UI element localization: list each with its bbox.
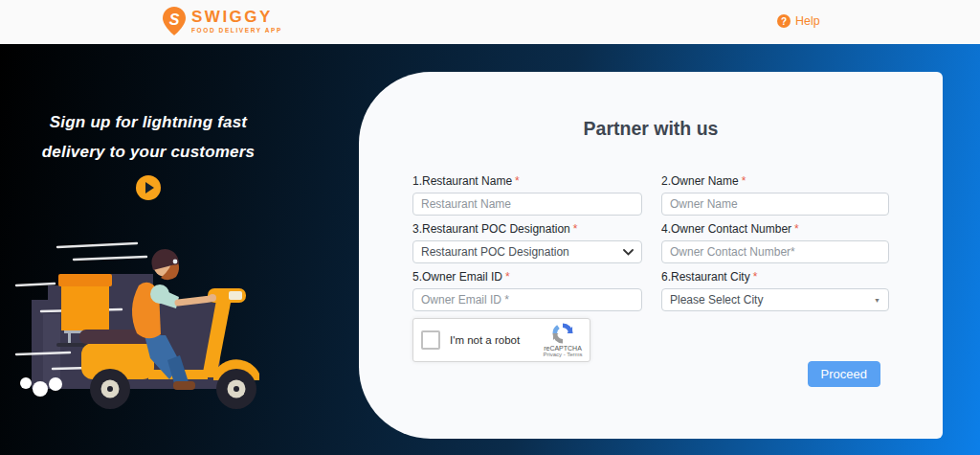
recaptcha-label: I'm not a robot: [450, 334, 534, 346]
poc-designation-label: 3.Restaurant POC Designation*: [412, 222, 642, 236]
main-area: Sign up for lightning fast delivery to y…: [0, 44, 980, 455]
page: S SWIGGY FOOD DELIVERY APP ? Help Sign u…: [0, 0, 980, 455]
restaurant-city-select[interactable]: Please Select City ▼: [661, 288, 889, 311]
hero-tagline: Sign up for lightning fast delivery to y…: [33, 107, 263, 167]
owner-email-label: 5.Owner Email ID*: [412, 270, 642, 284]
proceed-button[interactable]: Proceed: [808, 361, 880, 387]
caret-down-icon: ▼: [874, 297, 880, 304]
field-owner-email: 5.Owner Email ID*: [412, 270, 642, 311]
svg-text:S: S: [169, 11, 180, 28]
owner-name-label: 2.Owner Name*: [661, 174, 889, 188]
swiggy-pin-icon: S: [163, 7, 186, 35]
required-asterisk: *: [515, 174, 520, 188]
required-asterisk: *: [753, 270, 758, 284]
owner-email-input[interactable]: [412, 288, 642, 311]
recaptcha-checkbox[interactable]: [421, 330, 440, 350]
delivery-scooter-illustration: [14, 218, 287, 418]
field-poc-designation: 3.Restaurant POC Designation* Restaurant…: [412, 222, 642, 263]
play-video-button[interactable]: [136, 175, 161, 200]
required-asterisk: *: [794, 222, 799, 236]
top-header: S SWIGGY FOOD DELIVERY APP ? Help: [0, 0, 980, 44]
hero-tagline-line2: delivery to your customers: [33, 137, 263, 167]
restaurant-city-label: 6.Restaurant City*: [661, 270, 889, 284]
restaurant-name-input[interactable]: [412, 193, 642, 216]
label-text: 4.Owner Contact Number: [661, 222, 791, 236]
recaptcha-privacy-terms-links[interactable]: Privacy - Terms: [543, 352, 582, 357]
recaptcha-logo-icon: [552, 323, 573, 344]
logo-text: SWIGGY FOOD DELIVERY APP: [191, 9, 282, 34]
partner-form-card: Partner with us 1.Restaurant Name* 2.Own…: [359, 72, 943, 439]
field-owner-name: 2.Owner Name*: [661, 174, 889, 216]
hero-tagline-line1: Sign up for lightning fast: [33, 107, 263, 137]
help-label: Help: [795, 14, 820, 28]
recaptcha-brand-text: reCAPTCHA: [544, 345, 582, 352]
brand-tagline: FOOD DELIVERY APP: [191, 27, 282, 34]
field-restaurant-city: 6.Restaurant City* Please Select City ▼: [661, 270, 889, 311]
label-text: 6.Restaurant City: [661, 270, 750, 284]
swiggy-logo: S SWIGGY FOOD DELIVERY APP: [163, 7, 282, 35]
question-mark-icon: ?: [777, 14, 791, 28]
field-restaurant-name: 1.Restaurant Name*: [412, 174, 642, 216]
selected-value: Please Select City: [670, 293, 763, 307]
label-text: 3.Restaurant POC Designation: [412, 222, 570, 236]
required-asterisk: *: [573, 222, 578, 236]
owner-contact-input[interactable]: [661, 240, 889, 263]
poc-designation-select[interactable]: Restaurant POC Designation: [412, 240, 642, 263]
page-title: Partner with us: [359, 118, 943, 140]
form-footer: I'm not a robot reCAPTCHA Privacy - Term…: [412, 318, 889, 387]
brand-name: SWIGGY: [191, 9, 282, 26]
label-text: 2.Owner Name: [661, 174, 739, 188]
field-owner-contact: 4.Owner Contact Number*: [661, 222, 889, 263]
recaptcha-widget: I'm not a robot reCAPTCHA Privacy - Term…: [412, 318, 590, 362]
restaurant-name-label: 1.Restaurant Name*: [412, 174, 642, 188]
owner-contact-label: 4.Owner Contact Number*: [661, 222, 889, 236]
owner-name-input[interactable]: [661, 193, 889, 216]
selected-value: Restaurant POC Designation: [421, 245, 569, 259]
recaptcha-branding: reCAPTCHA Privacy - Terms: [544, 323, 582, 357]
required-asterisk: *: [742, 174, 746, 188]
label-text: 1.Restaurant Name: [412, 174, 512, 188]
partner-form: 1.Restaurant Name* 2.Owner Name* 3.Resta…: [412, 174, 889, 387]
play-icon: [145, 182, 154, 193]
help-link[interactable]: ? Help: [777, 14, 820, 28]
label-text: 5.Owner Email ID: [412, 270, 502, 284]
chevron-down-icon: [623, 249, 634, 256]
required-asterisk: *: [505, 270, 510, 284]
